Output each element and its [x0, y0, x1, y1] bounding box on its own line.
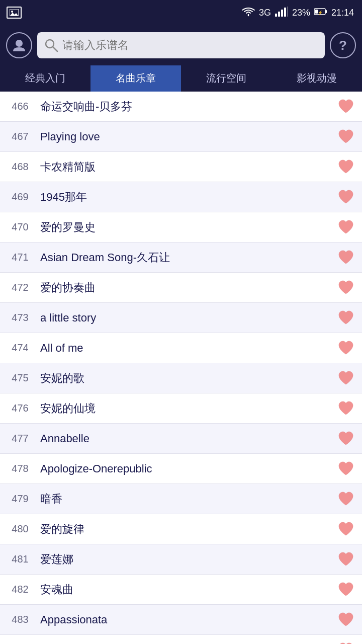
song-title: 1945那年: [35, 190, 335, 205]
song-title: 爱的旋律: [35, 522, 335, 537]
song-number: 470: [5, 221, 35, 233]
tab-classic[interactable]: 经典入门: [0, 65, 90, 92]
favorite-heart-icon[interactable]: [335, 609, 357, 631]
song-row[interactable]: 482安魂曲: [0, 575, 362, 605]
favorite-heart-icon[interactable]: [335, 216, 357, 238]
song-number: 475: [5, 372, 35, 384]
song-row[interactable]: 479暗香: [0, 484, 362, 514]
svg-rect-5: [284, 8, 286, 17]
song-title: Apologize-Onerepublic: [35, 462, 335, 475]
favorite-heart-icon[interactable]: [335, 96, 357, 118]
song-number: 478: [5, 463, 35, 474]
signal-icon: [275, 7, 288, 19]
favorite-heart-icon[interactable]: [335, 397, 357, 420]
favorite-heart-icon[interactable]: [335, 488, 357, 510]
song-title: Asian Dream Song-久石让: [35, 250, 335, 265]
song-row[interactable]: 477Annabelle: [0, 424, 362, 454]
search-box: [37, 32, 325, 58]
search-icon: [44, 38, 58, 52]
favorite-heart-icon[interactable]: [335, 367, 357, 389]
song-row[interactable]: 466命运交响曲-贝多芬: [0, 92, 362, 122]
song-number: 480: [5, 523, 35, 535]
header: ?: [0, 25, 362, 65]
song-number: 467: [5, 131, 35, 142]
status-right: 3G 23% ⚡ 21:14: [242, 7, 354, 19]
song-number: 472: [5, 282, 35, 293]
favorite-heart-icon[interactable]: [335, 518, 357, 540]
favorite-heart-icon[interactable]: [335, 337, 357, 359]
favorite-heart-icon[interactable]: [335, 156, 357, 178]
song-row[interactable]: 483Appassionata: [0, 605, 362, 635]
song-number: 482: [5, 584, 35, 595]
song-title: 爱情的故事: [35, 642, 335, 645]
song-title: Annabelle: [35, 432, 335, 445]
song-number: 471: [5, 252, 35, 263]
song-number: 479: [5, 493, 35, 505]
favorite-heart-icon[interactable]: [335, 428, 357, 450]
song-title: 暗香: [35, 492, 335, 507]
song-row[interactable]: 484爱情的故事: [0, 635, 362, 644]
favorite-heart-icon[interactable]: [335, 548, 357, 571]
tab-media[interactable]: 影视动漫: [272, 65, 362, 92]
song-title: 爱莲娜: [35, 552, 335, 567]
song-title: Appassionata: [35, 613, 335, 626]
favorite-heart-icon[interactable]: [335, 186, 357, 208]
song-row[interactable]: 478Apologize-Onerepublic: [0, 454, 362, 484]
song-row[interactable]: 475安妮的歌: [0, 363, 362, 393]
tab-famous[interactable]: 名曲乐章: [90, 65, 181, 92]
favorite-heart-icon[interactable]: [335, 307, 357, 329]
song-row[interactable]: 480爱的旋律: [0, 514, 362, 544]
song-number: 476: [5, 403, 35, 414]
tab-bar: 经典入门名曲乐章流行空间影视动漫: [0, 65, 362, 92]
favorite-heart-icon[interactable]: [335, 247, 357, 269]
profile-button[interactable]: [6, 32, 32, 58]
svg-text:⚡: ⚡: [318, 10, 323, 15]
song-number: 477: [5, 433, 35, 444]
battery-text: 23%: [292, 8, 310, 18]
song-row[interactable]: 470爱的罗曼史: [0, 212, 362, 243]
svg-point-11: [16, 40, 23, 47]
song-title: 安魂曲: [35, 582, 335, 597]
song-row[interactable]: 468卡农精简版: [0, 152, 362, 182]
help-button[interactable]: ?: [330, 32, 356, 58]
favorite-heart-icon[interactable]: [335, 579, 357, 601]
song-row[interactable]: 4691945那年: [0, 182, 362, 212]
search-input[interactable]: [62, 39, 318, 52]
song-title: 爱的罗曼史: [35, 220, 335, 235]
song-title: 命运交响曲-贝多芬: [35, 99, 335, 114]
song-number: 468: [5, 161, 35, 173]
wifi-icon: [242, 7, 255, 19]
song-row[interactable]: 467Playing love: [0, 122, 362, 152]
song-title: All of me: [35, 342, 335, 355]
song-row[interactable]: 481爱莲娜: [0, 544, 362, 575]
song-row[interactable]: 476安妮的仙境: [0, 393, 362, 424]
song-number: 473: [5, 312, 35, 324]
tab-popular[interactable]: 流行空间: [181, 65, 272, 92]
favorite-heart-icon[interactable]: [335, 639, 357, 645]
status-bar: 3G 23% ⚡ 21:14: [0, 0, 362, 25]
svg-point-1: [11, 11, 13, 13]
song-title: 爱的协奏曲: [35, 280, 335, 295]
song-title: 安妮的歌: [35, 371, 335, 386]
song-title: 卡农精简版: [35, 159, 335, 175]
svg-rect-2: [275, 14, 277, 17]
favorite-heart-icon[interactable]: [335, 277, 357, 299]
song-number: 466: [5, 101, 35, 112]
song-title: a little story: [35, 311, 335, 325]
favorite-heart-icon[interactable]: [335, 458, 357, 480]
svg-rect-6: [287, 7, 288, 17]
svg-rect-8: [325, 10, 327, 13]
song-number: 483: [5, 614, 35, 625]
image-icon: [5, 4, 23, 22]
song-number: 469: [5, 191, 35, 203]
time-display: 21:14: [331, 8, 354, 18]
song-row[interactable]: 471Asian Dream Song-久石让: [0, 243, 362, 273]
favorite-heart-icon[interactable]: [335, 126, 357, 148]
song-row[interactable]: 474All of me: [0, 333, 362, 363]
song-row[interactable]: 473a little story: [0, 303, 362, 333]
svg-rect-4: [281, 10, 283, 17]
song-title: 安妮的仙境: [35, 401, 335, 416]
song-number: 474: [5, 342, 35, 354]
song-row[interactable]: 472爱的协奏曲: [0, 273, 362, 303]
network-type: 3G: [259, 8, 271, 18]
